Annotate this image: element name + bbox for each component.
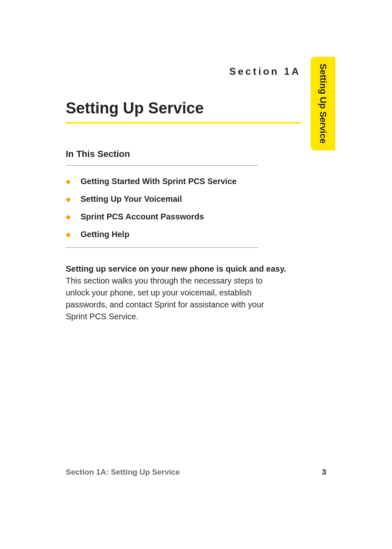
toc-item: ◆ Getting Help [66,226,288,243]
toc-item: ◆ Sprint PCS Account Passwords [66,208,288,226]
page-footer: Section 1A: Setting Up Service 3 [66,468,326,477]
section-label: Section 1A [229,66,301,77]
toc-text: Getting Started With Sprint PCS Service [81,177,237,186]
bullet-icon: ◆ [66,213,81,221]
bullet-icon: ◆ [66,178,81,185]
document-page: Section 1A Setting Up Service Setting Up… [0,0,392,549]
bullet-icon: ◆ [66,195,81,203]
divider-top [66,165,258,166]
page-title: Setting Up Service [66,99,204,117]
subheading-in-this-section: In This Section [66,149,130,159]
divider-bottom [66,247,258,248]
toc-list: ◆ Getting Started With Sprint PCS Servic… [66,173,288,243]
title-underline [66,122,301,124]
toc-text: Setting Up Your Voicemail [81,194,182,204]
toc-text: Sprint PCS Account Passwords [81,212,204,221]
page-number: 3 [322,468,326,477]
toc-item: ◆ Setting Up Your Voicemail [66,190,288,208]
body-lead: Setting up service on your new phone is … [66,264,286,273]
toc-item: ◆ Getting Started With Sprint PCS Servic… [66,173,288,190]
body-rest: This section walks you through the neces… [66,276,264,321]
bullet-icon: ◆ [66,231,81,238]
body-paragraph: Setting up service on your new phone is … [66,263,288,323]
side-tab-label: Setting Up Service [318,64,328,143]
side-tab: Setting Up Service [311,57,335,150]
footer-section-label: Section 1A: Setting Up Service [66,468,180,477]
toc-text: Getting Help [81,230,129,239]
